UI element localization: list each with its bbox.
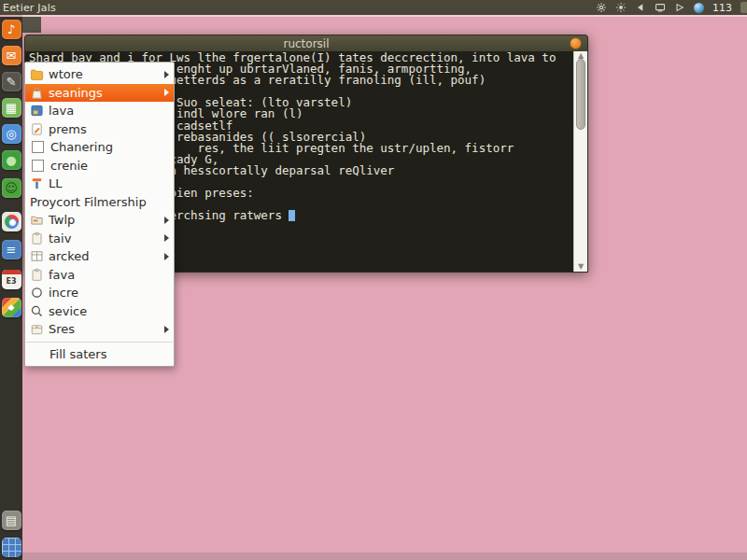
menu-item-label: prems [49,122,87,136]
menu-separator [26,342,173,343]
terminal-cursor [289,210,295,221]
submenu-arrow-icon [164,253,169,260]
folder-icon [30,67,44,81]
brightness-icon[interactable] [615,2,627,13]
menu-item-label: seanings [49,86,103,100]
submenu-arrow-icon [164,234,169,242]
submenu-arrow-icon [164,217,169,224]
submenu-arrow-icon [164,326,169,333]
menu-item-label: Proycort Filmership [30,195,147,209]
workspace-app-icon[interactable] [2,538,21,557]
submenu-arrow-icon [164,89,169,96]
folder2-icon [30,213,44,227]
display-icon[interactable] [655,2,666,13]
clipboard-icon [30,268,44,282]
circle-icon [30,286,44,300]
menu-item-fill-saters[interactable]: Fill saters [25,345,174,364]
menu-item-lava[interactable]: lava [25,102,174,120]
input-indicator-icon[interactable] [674,2,685,13]
close-button[interactable] [570,37,582,49]
bag-icon [30,86,44,100]
system-tray: 113 [596,2,747,14]
shredder-app-icon[interactable]: ▤ [2,511,21,530]
menu-item-label: arcked [49,249,90,263]
menu-item-label: fava [49,268,75,282]
editor-app-icon[interactable]: E3 [2,270,21,289]
top-panel: Eetier Jals 113 [0,0,747,15]
clipboard-icon [30,231,44,245]
menu-item-label: incre [49,286,78,300]
documents-app-icon[interactable]: ≡ [2,240,21,259]
tool-icon [30,176,44,190]
menu-item-sevice[interactable]: sevice [25,302,174,321]
spreadsheet-app-icon[interactable]: ▦ [2,98,21,118]
menu-item-seanings[interactable]: seanings [25,84,174,103]
browser-app-icon[interactable]: ◎ [2,124,21,144]
menu-item-taiv[interactable]: taiv [25,230,174,248]
menu-item-label: wtore [49,67,83,81]
terminal-scrollbar[interactable]: ▲ ▼ [573,51,587,272]
search-icon [30,304,44,318]
scrollbar-thumb[interactable] [576,59,585,130]
docpen-icon [30,122,44,136]
network-icon[interactable] [740,2,747,13]
menu-item-label: lava [49,104,74,118]
menu-item-wtore[interactable]: wtore [25,65,174,84]
checkbox-icon [32,160,44,172]
context-menu: wtoreseaningslavapremsChaneringcrenieLLP… [24,62,175,367]
menu-item-incre[interactable]: incre [25,284,174,302]
menu-item-chanering[interactable]: Chanering [25,138,174,157]
status-orb-icon[interactable] [694,3,704,13]
checkbox-icon [32,141,44,153]
launcher-sidebar: ♪✉✎▦◎●☺≡E3◆▤ [0,17,22,560]
tools-app-icon[interactable]: ✎ [2,72,21,91]
menu-item-crenie[interactable]: crenie [25,157,174,175]
menu-item-label: Fill saters [49,347,106,361]
menu-item-label: Twlp [49,213,75,227]
grid-icon [30,249,44,263]
box-icon [30,322,44,336]
menu-item-label: sevice [49,304,87,318]
menu-item-label: crenie [50,159,88,173]
menu-item-arcked[interactable]: arcked [25,247,174,266]
desktop-bottom-strip [22,553,747,560]
sphere-app-icon[interactable]: ● [2,150,21,170]
menu-item-prems[interactable]: prems [25,120,174,139]
menu-item-label: Chanering [50,140,113,154]
submenu-arrow-icon [164,71,169,78]
menu-item-label: taiv [49,231,71,245]
notification-count[interactable]: 113 [712,2,732,14]
menu-item-sres[interactable]: Sres [25,320,174,339]
menu-item-twlp[interactable]: Twlp [25,211,174,230]
chat-app-icon[interactable]: ☺ [2,178,21,198]
music-app-icon[interactable]: ♪ [2,20,21,39]
volume-icon[interactable] [635,2,646,13]
gallery-app-icon[interactable]: ◆ [2,298,21,317]
menu-item-label: Sres [49,322,75,336]
menu-item-fava[interactable]: fava [25,266,174,285]
appblue-icon [30,104,44,118]
window-corner-fragment [22,17,41,33]
scroll-down-icon[interactable]: ▼ [578,263,584,271]
terminal-titlebar[interactable]: ructorsil [24,35,588,51]
active-app-title: Eetier Jals [3,2,56,14]
mail-app-icon[interactable]: ✉ [2,46,21,65]
panel-accent-line [22,15,747,17]
menu-item-proycort-filmership[interactable]: Proycort Filmership [25,193,174,212]
gear-icon[interactable] [596,2,607,13]
chrome-app-icon[interactable] [2,212,21,231]
menu-item-ll[interactable]: LL [25,175,174,193]
terminal-title: ructorsil [283,37,329,50]
menu-item-label: LL [49,176,63,190]
